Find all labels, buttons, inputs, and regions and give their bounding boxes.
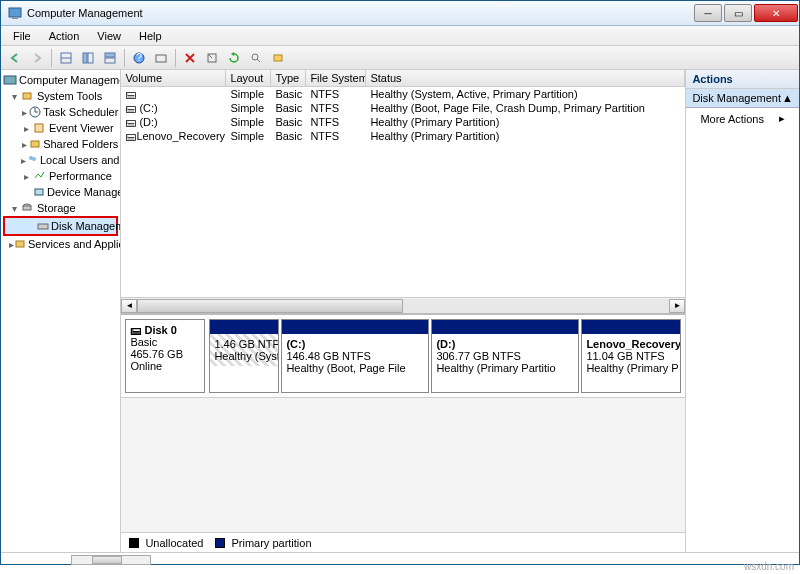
svg-line-13 (257, 59, 260, 62)
menu-help[interactable]: Help (131, 28, 170, 44)
refresh-icon[interactable] (224, 48, 244, 68)
tree-diskmgmt[interactable]: Disk Management (5, 218, 116, 234)
col-type[interactable]: Type (271, 70, 306, 86)
tree-label: Storage (37, 202, 76, 214)
svg-rect-28 (16, 241, 24, 247)
tree-devmgr[interactable]: Device Manager (1, 184, 120, 200)
tree-shared[interactable]: ▸Shared Folders (1, 136, 120, 152)
actions-section[interactable]: Disk Management ▲ (686, 89, 799, 108)
tree-label: Performance (49, 170, 112, 182)
tree-label: Local Users and Groups (40, 154, 121, 166)
toolbar: ? (1, 46, 799, 70)
svg-rect-14 (274, 55, 282, 61)
volume-row[interactable]: 🖴SimpleBasicNTFSHealthy (System, Active,… (121, 87, 685, 101)
svg-rect-20 (35, 124, 43, 132)
svg-rect-6 (105, 53, 115, 57)
tree-task[interactable]: ▸Task Scheduler (1, 104, 120, 120)
maximize-button[interactable]: ▭ (724, 4, 752, 22)
legend-primary: Primary partition (231, 537, 311, 549)
actions-more[interactable]: More Actions ▸ (686, 108, 799, 129)
app-icon (7, 5, 23, 21)
chevron-right-icon: ▸ (779, 112, 785, 125)
svg-rect-7 (105, 58, 115, 63)
tree-label: System Tools (37, 90, 102, 102)
help-icon[interactable]: ? (129, 48, 149, 68)
tree-label: Task Scheduler (43, 106, 118, 118)
tree-services[interactable]: ▸Services and Applications (1, 236, 120, 252)
partition[interactable]: (D:)306.77 GB NTFSHealthy (Primary Parti… (431, 319, 579, 393)
svg-rect-15 (4, 76, 16, 84)
svg-point-23 (32, 157, 36, 161)
disk-map: 🖴 Disk 0 Basic 465.76 GB Online 1.46 GB … (121, 313, 685, 397)
actions-pane: Actions Disk Management ▲ More Actions ▸ (686, 70, 799, 552)
tree-label: Computer Management (Local (19, 74, 121, 86)
svg-rect-21 (31, 141, 39, 147)
scroll-left-button[interactable]: ◄ (121, 299, 137, 313)
center-pane: Volume Layout Type File System Status 🖴S… (121, 70, 686, 552)
col-status[interactable]: Status (366, 70, 685, 86)
toolbar-icon[interactable] (100, 48, 120, 68)
volume-row[interactable]: 🖴Lenovo_Recovery (E:)SimpleBasicNTFSHeal… (121, 129, 685, 143)
tree-perf[interactable]: ▸Performance (1, 168, 120, 184)
svg-text:?: ? (136, 52, 142, 63)
tree-label: Event Viewer (49, 122, 114, 134)
volume-row[interactable]: 🖴(D:)SimpleBasicNTFSHealthy (Primary Par… (121, 115, 685, 129)
toolbar-icon[interactable] (56, 48, 76, 68)
menu-action[interactable]: Action (41, 28, 88, 44)
nav-tree[interactable]: Computer Management (Local ▾System Tools… (1, 70, 121, 552)
svg-rect-5 (88, 53, 93, 63)
volume-header: Volume Layout Type File System Status (121, 70, 685, 87)
col-fs[interactable]: File System (306, 70, 366, 86)
partition[interactable]: (C:)146.48 GB NTFSHealthy (Boot, Page Fi… (281, 319, 429, 393)
scroll-right-button[interactable]: ► (669, 299, 685, 313)
tree-label: Device Manager (47, 186, 121, 198)
disk-label: 🖴 Disk 0 (130, 324, 200, 336)
window-title: Computer Management (27, 7, 693, 19)
col-volume[interactable]: Volume (121, 70, 226, 86)
tree-event[interactable]: ▸Event Viewer (1, 120, 120, 136)
tree-label: Services and Applications (28, 238, 121, 250)
titlebar[interactable]: Computer Management ─ ▭ ✕ (1, 1, 799, 26)
svg-rect-16 (23, 93, 31, 99)
disk-type: Basic (130, 336, 200, 348)
tree-storage[interactable]: ▾Storage (1, 200, 120, 216)
back-button[interactable] (5, 48, 25, 68)
minimize-button[interactable]: ─ (694, 4, 722, 22)
toolbar-icon[interactable] (268, 48, 288, 68)
tree-root[interactable]: Computer Management (Local (1, 72, 120, 88)
svg-rect-0 (9, 8, 21, 17)
toolbar-icon[interactable] (202, 48, 222, 68)
hscrollbar[interactable]: ◄ ► (121, 297, 685, 313)
partition[interactable]: Lenovo_Recovery11.04 GB NTFSHealthy (Pri… (581, 319, 681, 393)
collapse-icon[interactable]: ▲ (782, 92, 793, 104)
close-button[interactable]: ✕ (754, 4, 798, 22)
actions-header: Actions (686, 70, 799, 89)
svg-rect-4 (83, 53, 87, 63)
scroll-thumb[interactable] (137, 299, 403, 313)
menu-file[interactable]: File (5, 28, 39, 44)
toolbar-icon[interactable] (246, 48, 266, 68)
col-layout[interactable]: Layout (226, 70, 271, 86)
partition[interactable]: 1.46 GB NTFSHealthy (Syst (209, 319, 279, 393)
window-frame: Computer Management ─ ▭ ✕ File Action Vi… (0, 0, 800, 565)
volume-list[interactable]: 🖴SimpleBasicNTFSHealthy (System, Active,… (121, 87, 685, 297)
menu-view[interactable]: View (89, 28, 129, 44)
legend-swatch-primary (215, 538, 225, 548)
toolbar-icon[interactable] (78, 48, 98, 68)
statusbar-scroll[interactable] (71, 555, 151, 565)
svg-rect-26 (23, 206, 31, 210)
disk-info[interactable]: 🖴 Disk 0 Basic 465.76 GB Online (125, 319, 205, 393)
svg-rect-24 (35, 189, 43, 195)
tree-systools[interactable]: ▾System Tools (1, 88, 120, 104)
scroll-track[interactable] (137, 299, 669, 313)
forward-button[interactable] (27, 48, 47, 68)
disk-state: Online (130, 360, 200, 372)
svg-rect-1 (12, 18, 18, 19)
legend-swatch-unalloc (129, 538, 139, 548)
toolbar-icon[interactable] (151, 48, 171, 68)
volume-row[interactable]: 🖴(C:)SimpleBasicNTFSHealthy (Boot, Page … (121, 101, 685, 115)
toolbar-icon[interactable] (180, 48, 200, 68)
statusbar (1, 552, 799, 566)
tree-users[interactable]: ▸Local Users and Groups (1, 152, 120, 168)
legend-unalloc: Unallocated (145, 537, 203, 549)
